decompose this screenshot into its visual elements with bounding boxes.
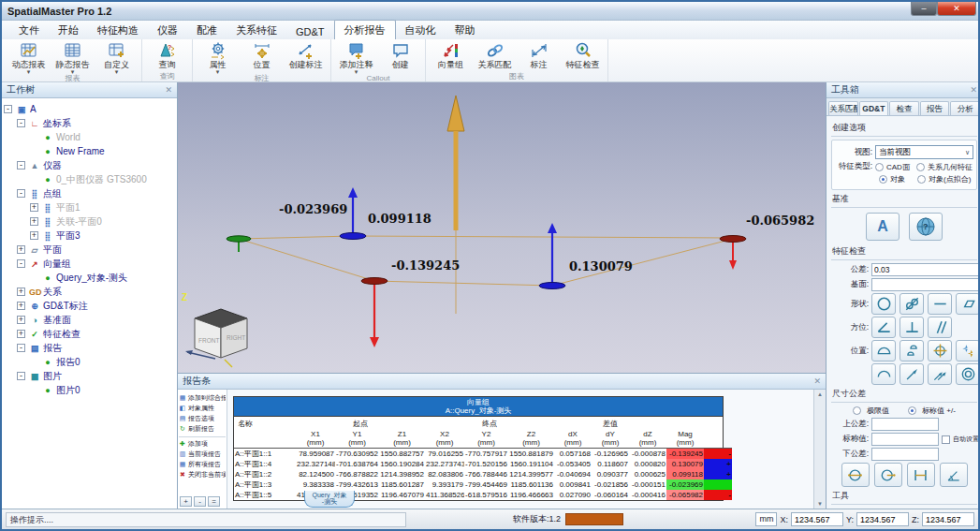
close-icon[interactable]: ✕ <box>970 85 977 95</box>
tree-expander-icon[interactable]: + <box>30 217 38 226</box>
report-tab-query[interactable]: Query_对象 -测头 <box>304 491 355 508</box>
z-coordinate-field[interactable] <box>922 512 974 526</box>
lower-tolerance-input[interactable] <box>871 448 939 461</box>
remove-button[interactable]: - <box>194 496 206 507</box>
parallelism-button[interactable] <box>928 317 952 338</box>
radio-object-fit[interactable] <box>917 175 926 184</box>
tree-expander-icon[interactable]: - <box>17 119 25 127</box>
create-callout-button[interactable]: 创建 <box>378 40 422 69</box>
tree-node[interactable]: - ∟ 坐标系 <box>4 116 175 130</box>
tree-node[interactable]: ● Query_对象-测头 <box>4 271 175 285</box>
add-note-button[interactable]: 添加注释 ▾ <box>334 40 378 74</box>
query-button[interactable]: ? 查询 <box>145 40 189 69</box>
options-button[interactable]: = <box>208 496 220 507</box>
menu-item[interactable]: 仪器 <box>148 21 187 39</box>
tree-node[interactable]: - ⣿ 点组 <box>4 186 175 200</box>
tree-expander-icon[interactable]: + <box>17 288 25 296</box>
toolbox-tab[interactable]: 关系匹配 <box>828 101 858 115</box>
tree-node[interactable]: ● New Frame <box>4 144 175 158</box>
angularity-button[interactable] <box>871 317 896 338</box>
cylindricity-button[interactable] <box>900 293 924 315</box>
tree-expander-icon[interactable]: - <box>4 105 12 113</box>
toolbox-tab[interactable]: 检查 <box>889 101 919 115</box>
tree-node[interactable]: + GD 关系 <box>4 285 175 299</box>
radio-object[interactable] <box>879 175 887 184</box>
static-report-button[interactable]: 静态报告 ▾ <box>51 40 95 74</box>
radio-cad-face[interactable] <box>875 163 884 171</box>
report-sidebar-item[interactable]: ▥ 当前项报告 <box>179 449 226 459</box>
radio-relation-geometry[interactable] <box>916 163 925 171</box>
straightness-button[interactable] <box>928 293 952 315</box>
tree-expander-icon[interactable]: + <box>17 302 25 310</box>
total-runout-button[interactable] <box>928 363 952 385</box>
radial-dim-button[interactable] <box>874 463 902 487</box>
symmetry-button[interactable] <box>956 340 980 361</box>
report-sidebar-item[interactable]: ▦ 添加到综合报告 <box>179 392 226 403</box>
tree-node[interactable]: - ▣ A <box>4 102 175 116</box>
menu-item[interactable]: 自动化 <box>396 21 446 39</box>
profile-surface-button[interactable] <box>871 340 896 361</box>
profile-line-button[interactable] <box>871 363 896 385</box>
auto-nominal-checkbox[interactable] <box>942 435 950 444</box>
menu-item[interactable]: 特征构造 <box>88 21 148 39</box>
table-row[interactable]: A::平面1::4 232.327148 -701.638764 1560.19… <box>234 459 732 469</box>
datum-plane-input[interactable] <box>871 278 980 291</box>
tree-expander-icon[interactable]: + <box>17 330 25 338</box>
toolbox-tab[interactable]: GD&T <box>859 101 889 115</box>
close-icon[interactable]: ✕ <box>165 85 172 95</box>
tree-expander-icon[interactable]: - <box>17 372 25 380</box>
tree-node[interactable]: + ⣿ 关联-平面0 <box>4 214 175 229</box>
report-sidebar-item[interactable]: ▤ 报告选项 <box>179 413 226 423</box>
tree-expander-icon[interactable]: - <box>17 189 25 198</box>
tree-node[interactable]: ● 报告0 <box>4 355 175 369</box>
flatness-button[interactable] <box>956 293 980 315</box>
y-coordinate-field[interactable] <box>856 512 909 526</box>
radio-nominal-value[interactable] <box>908 406 916 415</box>
x-coordinate-field[interactable] <box>791 512 843 526</box>
tree-node[interactable]: - ↗ 向量组 <box>4 257 175 271</box>
roundness-button[interactable] <box>871 293 896 315</box>
create-annotation-button[interactable]: 创建标注 <box>284 40 328 69</box>
diameter-dim-button[interactable] <box>841 463 870 487</box>
position-tolerance-button[interactable] <box>928 340 952 361</box>
menu-item[interactable]: GD&T <box>286 23 334 39</box>
tree-node[interactable]: - ▲ 仪器 <box>4 158 175 172</box>
table-row[interactable]: A::平面1::3 9.383338 -799.432613 1185.6012… <box>234 479 732 490</box>
scroll-up-icon[interactable]: ▲ <box>817 391 823 397</box>
datum-globe-button[interactable]: ? <box>909 213 943 241</box>
tree-node[interactable]: + ◑ 基准面 <box>4 313 175 327</box>
dynamic-report-button[interactable]: 动态报表 ▾ <box>7 40 51 74</box>
view-select[interactable]: 当前视图 ∨ <box>875 145 973 159</box>
menu-item[interactable]: 文件 <box>9 21 49 39</box>
viewport-3d[interactable]: FRONT RIGHT Z -0.023969 0.099118 -0.1392… <box>178 82 826 373</box>
relation-match-button[interactable]: 关系匹配 <box>473 40 517 69</box>
toolbox-tab[interactable]: 报告 <box>920 101 950 115</box>
tree-node[interactable]: - ▦ 图片 <box>4 369 175 383</box>
report-scrollbar[interactable]: ▲ ▼ <box>813 390 826 509</box>
vector-group-button[interactable]: 向量组 <box>429 40 473 69</box>
tree-expander-icon[interactable]: + <box>30 203 38 212</box>
tree-expander-icon[interactable]: - <box>17 161 25 170</box>
angle-dim-button[interactable] <box>940 463 968 487</box>
menu-item[interactable]: 关系特征 <box>227 21 286 39</box>
custom-report-button[interactable]: 自定义 ▾ <box>95 40 139 74</box>
report-sidebar-item[interactable]: ✖ 关闭非当前项 <box>179 469 226 479</box>
tree-node[interactable]: - ▤ 报告 <box>4 341 175 355</box>
unit-box[interactable]: mm <box>755 512 777 526</box>
toolbox-tab[interactable]: 分析 <box>950 101 980 115</box>
datum-a-button[interactable]: A <box>866 213 900 241</box>
circular-runout-button[interactable] <box>900 363 924 385</box>
radio-limit-value[interactable] <box>853 406 861 415</box>
tree-node[interactable]: + ✓ 特征检查 <box>4 327 175 341</box>
report-sidebar-item[interactable]: ◧ 对象属性 <box>179 403 226 413</box>
upper-tolerance-input[interactable] <box>871 418 939 431</box>
tree-node[interactable]: + ▱ 平面 <box>4 243 175 257</box>
report-sidebar-item[interactable]: ↻ 刷新报告 <box>179 423 226 434</box>
close-icon[interactable]: ✕ <box>813 376 821 386</box>
menu-item[interactable]: 配准 <box>187 21 227 39</box>
chart-annotation-button[interactable]: 标注 <box>517 40 561 69</box>
view-cube[interactable]: FRONT RIGHT <box>185 309 247 367</box>
tree-node[interactable]: + ⣿ 平面3 <box>4 229 175 243</box>
report-sidebar-item[interactable]: ✚ 添加项 <box>179 436 226 449</box>
position-button[interactable]: 位置 <box>240 40 284 69</box>
